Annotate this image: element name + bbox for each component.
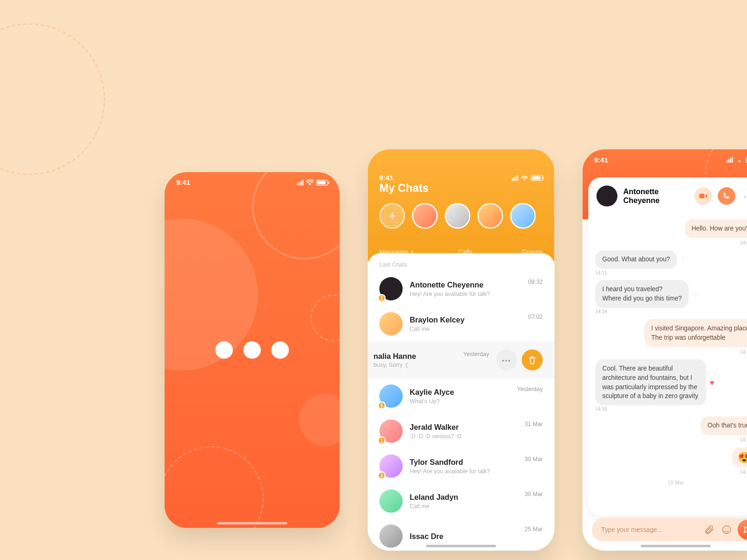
- battery-icon: [531, 175, 543, 181]
- contact-name: Antonette Cheyenne: [623, 187, 689, 205]
- chat-time: 30 Mar: [525, 455, 543, 462]
- chat-row[interactable]: 5 Kaylie Alyce What's Up? Yesterday: [368, 378, 555, 413]
- row-more-button[interactable]: ⋯: [496, 350, 517, 371]
- chat-name: Braylon Kelcey: [410, 315, 521, 324]
- message-bubble[interactable]: 😍: [732, 448, 747, 468]
- message-bubble[interactable]: I visited Singapore. Amazing place The t…: [644, 319, 747, 347]
- chats-header: 9:41 My Chats + Messages Calls Groups: [368, 149, 555, 261]
- unread-badge: 3: [378, 471, 386, 480]
- splash-decoration: [299, 394, 340, 447]
- avatar: [380, 312, 403, 336]
- send-icon: [743, 525, 747, 534]
- message-in: Cool. There are beautiful architecture a…: [595, 359, 747, 412]
- chat-preview: Call me: [410, 503, 518, 510]
- chat-row[interactable]: Braylon Kelcey Call me 07:02: [368, 306, 555, 341]
- home-indicator: [426, 545, 496, 547]
- wifi-icon: [521, 174, 529, 182]
- splash-logo-ellipsis-icon: [215, 341, 289, 359]
- row-delete-button[interactable]: [522, 350, 543, 371]
- chat-preview: Call me: [410, 326, 521, 332]
- status-right: [726, 156, 747, 164]
- status-time: 9:41: [380, 174, 394, 182]
- message-bubble[interactable]: I heard you traveled? Where did you go t…: [595, 280, 689, 308]
- chat-row[interactable]: 1 Jerald Walker :D :D :D serious? :D 31 …: [368, 413, 555, 448]
- composer-input[interactable]: Type your message...: [601, 526, 698, 533]
- message-bubble[interactable]: Hello. How are you?: [684, 219, 747, 238]
- chat-row[interactable]: Leland Jadyn Call me 30 Mar: [368, 483, 555, 518]
- message-bubble[interactable]: Good. What about you?: [595, 250, 677, 269]
- message-time: 14:14: [595, 309, 607, 314]
- chat-row-swiped[interactable]: nalia Hanne busy, Sorry :( Yesterday ⋯: [368, 341, 555, 378]
- signal-icon: [726, 157, 733, 163]
- splash-decoration: [310, 294, 340, 341]
- smile-icon: [721, 525, 732, 535]
- attach-button[interactable]: [703, 523, 716, 536]
- section-label: Last Chats: [368, 253, 555, 272]
- unread-badge: 2: [378, 294, 386, 302]
- status-bar: 9:41: [380, 174, 543, 182]
- message-list[interactable]: Hello. How are you? 14:00● Good. What ab…: [588, 212, 747, 516]
- chat-row[interactable]: 3 Tylor Sandford Hey! Are you available …: [368, 448, 555, 483]
- chat-preview: busy, Sorry :(: [374, 362, 456, 368]
- chat-time: Yesterday: [517, 385, 543, 392]
- phone-chats: 9:41 My Chats + Messages Calls Groups: [368, 149, 555, 551]
- status-bar: 9:41: [583, 149, 747, 170]
- chat-preview: :D :D :D serious? :D: [410, 433, 518, 440]
- more-button[interactable]: ⋯: [741, 187, 747, 205]
- chat-preview: What's Up?: [410, 398, 510, 405]
- status-right: [297, 179, 328, 187]
- status-bar: 9:41: [165, 172, 340, 193]
- svg-point-3: [727, 528, 728, 529]
- chat-row[interactable]: 2 Antonette Cheyenne Hey! Are you availa…: [368, 271, 555, 306]
- conversation-card: Antonette Cheyenne ⋯ Hello. How are you?…: [588, 177, 747, 516]
- story-row: +: [380, 203, 543, 229]
- story-avatar[interactable]: [445, 203, 471, 229]
- chat-name: Leland Jadyn: [410, 493, 518, 502]
- avatar: 5: [380, 385, 403, 408]
- message-bubble[interactable]: Ooh that's true: [700, 417, 747, 435]
- wifi-icon: [735, 156, 744, 164]
- splash-decoration: [165, 446, 264, 528]
- composer: Type your message...: [592, 518, 747, 541]
- avatar[interactable]: [597, 186, 618, 207]
- status-right: [512, 174, 543, 182]
- unread-badge: 1: [378, 436, 386, 445]
- conversation-top-bar: Antonette Cheyenne ⋯: [588, 177, 747, 212]
- unread-badge: 5: [378, 401, 386, 410]
- story-avatar[interactable]: [412, 203, 438, 229]
- heart-icon[interactable]: ♥: [710, 378, 714, 387]
- avatar: 2: [380, 277, 403, 301]
- emoji-button[interactable]: [720, 523, 733, 536]
- chat-name: Jerald Walker: [410, 423, 518, 432]
- story-avatar[interactable]: [478, 203, 503, 229]
- phone-conversation: 9:41 Antonette Cheyenne ⋯: [583, 149, 747, 551]
- message-time: 14:00●: [740, 239, 747, 245]
- video-call-button[interactable]: [695, 187, 712, 205]
- trash-icon: [528, 355, 537, 364]
- message-out: I visited Singapore. Amazing place The t…: [595, 319, 747, 354]
- message-bubble[interactable]: Cool. There are beautiful architecture a…: [595, 359, 706, 406]
- stage: 9:41 9:41: [0, 0, 747, 560]
- chat-time: 30 Mar: [525, 490, 543, 497]
- status-time: 9:41: [176, 179, 190, 187]
- message-time: 14:11: [595, 270, 607, 275]
- avatar: 1: [380, 420, 403, 443]
- send-button[interactable]: [738, 520, 747, 540]
- heart-icon[interactable]: ♡: [681, 255, 688, 264]
- add-story-button[interactable]: +: [380, 203, 405, 229]
- chat-preview: Hey! Are you available for talk?: [410, 291, 521, 297]
- svg-point-2: [725, 528, 726, 529]
- chat-preview: Hey! Are you available for talk?: [410, 468, 518, 475]
- message-out: Ooh that's true 14:21●: [595, 417, 747, 443]
- chat-name: Kaylie Alyce: [410, 388, 510, 397]
- home-indicator: [641, 545, 711, 547]
- phone-icon: [723, 192, 731, 200]
- message-out: 😍 14:21●: [595, 448, 747, 475]
- heart-icon[interactable]: ♡: [692, 289, 700, 299]
- chat-time: 31 Mar: [525, 420, 543, 427]
- story-avatar[interactable]: [510, 203, 536, 229]
- paperclip-icon: [704, 525, 715, 535]
- chat-time: Yesterday: [463, 350, 489, 357]
- voice-call-button[interactable]: [718, 187, 736, 205]
- message-time: 14:15●: [740, 348, 747, 355]
